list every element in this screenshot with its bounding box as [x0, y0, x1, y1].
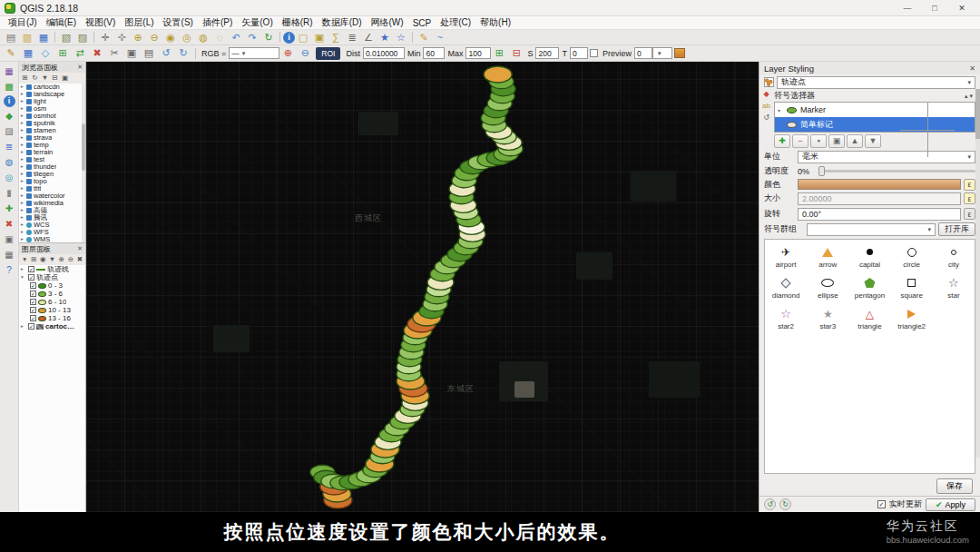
zoom-full-icon[interactable]: ◎	[179, 31, 195, 44]
menu-item-10[interactable]: SCP	[408, 18, 436, 28]
zoom-native-icon[interactable]: ◉	[162, 31, 179, 44]
menu-item-8[interactable]: 数据库(D)	[318, 16, 367, 29]
menu-item-0[interactable]: 项目(J)	[4, 16, 42, 29]
tab-labels-icon[interactable]: ab	[762, 103, 770, 110]
symbol-cell-star[interactable]: star	[933, 274, 975, 305]
zoom-in-icon[interactable]: ⊕	[130, 31, 146, 44]
attribute-table-icon[interactable]: ≣	[344, 31, 360, 44]
browser-item[interactable]: watercolor	[19, 192, 85, 200]
scp-roi-polygon-icon[interactable]: ⊕	[279, 46, 296, 60]
pan-selection-icon[interactable]: ✜	[113, 31, 130, 44]
browser-service[interactable]: WCS	[19, 222, 85, 229]
open-project-icon[interactable]: ▥	[19, 31, 35, 44]
class-checkbox[interactable]	[30, 307, 36, 313]
paste-features-icon[interactable]: ▤	[141, 46, 157, 60]
browser-item[interactable]: 高德	[19, 207, 85, 214]
layer-row-trackpoints[interactable]: 轨迹点	[19, 273, 85, 281]
section-collapse-icons[interactable]: ▴▾	[965, 93, 975, 100]
symbol-cell-ellipse[interactable]: ellipse	[807, 274, 848, 305]
undo-icon[interactable]: ↺	[158, 46, 174, 60]
symbol-cell-star3[interactable]: star3	[807, 305, 848, 336]
python-console-icon[interactable]: ~	[432, 31, 448, 44]
styled-layer-combo[interactable]: 轨迹点	[777, 76, 975, 89]
tab-symbology-icon[interactable]: ◆	[763, 91, 769, 98]
rotation-spinbox[interactable]: 0.00°	[798, 208, 961, 221]
new-composer-icon[interactable]: ▧	[58, 31, 74, 44]
open-table-icon[interactable]: ▦	[2, 248, 17, 261]
browser-item[interactable]: terrain	[19, 149, 85, 156]
browser-item[interactable]: light	[19, 98, 85, 105]
rotation-data-defined-button[interactable]: ε	[964, 208, 975, 220]
layer-properties-icon[interactable]: ▣	[2, 232, 17, 246]
browser-collapse-icon[interactable]: ⊟	[51, 74, 59, 82]
legend-class-row[interactable]: 6 - 10	[19, 298, 85, 306]
add-wfs-layer-icon[interactable]: ◎	[2, 171, 17, 184]
browser-refresh-icon[interactable]: ↻	[31, 74, 39, 82]
select-features-icon[interactable]: ▢	[295, 31, 311, 44]
class-color-swatch[interactable]	[674, 48, 685, 58]
add-symbol-layer-button[interactable]: ✚	[774, 134, 790, 148]
maximize-button[interactable]: □	[921, 4, 948, 13]
rgb-combo[interactable]: —	[229, 47, 279, 59]
remove-layer-icon[interactable]: ✖	[2, 217, 17, 231]
color-button[interactable]	[798, 179, 961, 190]
browser-panel-close-icon[interactable]: ✕	[77, 64, 83, 71]
symbol-cell-star2[interactable]: star2	[765, 305, 807, 336]
browser-scrollbar[interactable]	[82, 84, 85, 242]
styling-panel-close-icon[interactable]: ✕	[969, 64, 975, 73]
layer-row-trackline[interactable]: 轨迹线	[19, 265, 85, 273]
copy-features-icon[interactable]: ▣	[123, 46, 140, 60]
browser-service[interactable]: WMS	[19, 236, 85, 242]
browser-service[interactable]: WFS	[19, 229, 85, 236]
browser-item[interactable]: tttt	[19, 185, 85, 192]
browser-add-icon[interactable]: ⊞	[21, 74, 29, 82]
save-symbol-button[interactable]: 保存	[936, 478, 973, 494]
browser-item[interactable]: strava	[19, 134, 85, 142]
open-library-button[interactable]: 打开库	[938, 222, 975, 236]
scp-band-plus-icon[interactable]: ⊞	[491, 46, 507, 60]
apply-button[interactable]: ✔Apply	[926, 498, 975, 511]
close-button[interactable]: ✕	[948, 4, 975, 13]
symbol-cell-diamond[interactable]: diamond	[765, 274, 807, 305]
menu-item-6[interactable]: 矢量(O)	[237, 16, 277, 29]
layer-checkbox[interactable]	[28, 266, 34, 272]
help-icon[interactable]: ?	[2, 263, 17, 277]
layers-panel-close-icon[interactable]: ✕	[77, 245, 83, 252]
save-project-icon[interactable]: ▦	[35, 31, 52, 44]
zoom-last-icon[interactable]: ↶	[228, 31, 244, 44]
menu-item-12[interactable]: 帮助(H)	[475, 16, 515, 29]
tab-history-icon[interactable]: ↺	[763, 114, 769, 122]
layers-visibility-icon[interactable]: ◉	[39, 256, 46, 263]
live-update-checkbox[interactable]	[877, 500, 886, 508]
scp-band-minus-icon[interactable]: ⊟	[508, 46, 524, 60]
move-feature-icon[interactable]: ⇄	[72, 46, 88, 60]
layers-remove-icon[interactable]: ✖	[76, 256, 83, 263]
info-tool-icon[interactable]: i	[4, 95, 15, 107]
measure-icon[interactable]: ∠	[360, 31, 377, 44]
layers-add-group-icon[interactable]: ⊞	[30, 256, 37, 263]
class-checkbox[interactable]	[30, 299, 36, 305]
composer-manager-icon[interactable]: ▨	[74, 31, 91, 44]
remove-symbol-layer-button[interactable]: −	[792, 134, 808, 148]
symbol-cell-airport[interactable]: airport	[765, 243, 807, 274]
menu-item-1[interactable]: 编辑(E)	[42, 16, 81, 29]
symbol-cell-circle[interactable]: circle	[891, 243, 933, 274]
browser-item[interactable]: test	[19, 156, 85, 163]
symbol-tree-simple-marker-row[interactable]: 简单标记	[775, 117, 975, 132]
symbol-group-combo[interactable]	[807, 223, 936, 236]
symbol-cell-triangle[interactable]: triangle	[848, 305, 890, 336]
dist-input[interactable]: 0.010000	[363, 47, 405, 59]
new-project-icon[interactable]: ▤	[3, 31, 19, 44]
legend-class-row[interactable]: 10 - 13	[19, 306, 85, 314]
overview-icon[interactable]: ▩	[2, 80, 17, 94]
add-raster-layer-icon[interactable]: ▨	[2, 124, 17, 138]
pan-map-icon[interactable]: ✛	[97, 31, 113, 44]
menu-item-4[interactable]: 设置(S)	[159, 16, 198, 29]
move-layer-up-button[interactable]: ▲	[847, 134, 863, 148]
layer-row-basemap[interactable]: cartoc…	[19, 322, 85, 330]
expand-arrow-icon[interactable]	[21, 275, 26, 281]
browser-item[interactable]: landscape	[19, 91, 85, 98]
class-checkbox[interactable]	[30, 315, 36, 321]
symbol-cell-arrow[interactable]: arrow	[807, 243, 848, 274]
add-wms-layer-icon[interactable]: ◍	[2, 155, 17, 169]
